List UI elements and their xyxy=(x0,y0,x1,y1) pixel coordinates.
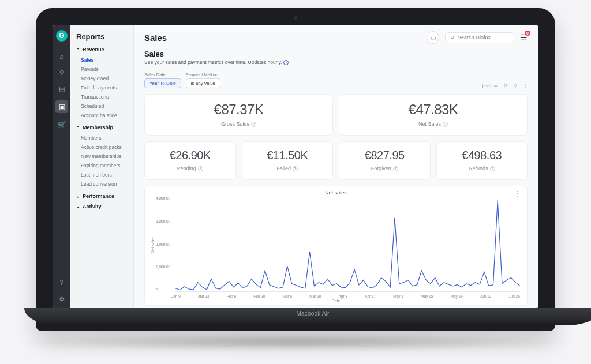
x-tick: Feb 20 xyxy=(253,294,265,298)
icon-navbar: G ⌂ ⚲ ▤ ▣ 🛒 ? ⚙ xyxy=(53,25,70,308)
laptop-shadow xyxy=(18,333,573,351)
section-performance[interactable]: ⌄Performance xyxy=(76,193,128,199)
x-tick: Jan 9 xyxy=(171,294,181,298)
sidebar-item-new-memberships[interactable]: New memberships xyxy=(76,152,128,161)
refresh-icon[interactable]: ⟳ xyxy=(504,83,508,88)
help-icon[interactable]: ? xyxy=(393,166,398,171)
net-sales-chart: Net sales ⋮ Net sales 01,000.002,000.003… xyxy=(144,186,528,306)
reports-sidepanel: Reports ⌃RevenueSalesPayoutsMoney owedFa… xyxy=(70,25,134,308)
sidebar-item-expiring-members[interactable]: Expiring members xyxy=(76,161,128,170)
section-activity[interactable]: ⌄Activity xyxy=(76,204,128,209)
help-icon[interactable]: ? xyxy=(198,166,203,171)
help-icon[interactable]: ? xyxy=(251,122,256,127)
topbar: Sales ▭ ⚲ ☰ 0 xyxy=(134,25,538,50)
y-axis-label: Net sales xyxy=(149,196,156,294)
help-icon[interactable]: ? xyxy=(490,166,495,171)
sidebar-item-lost-members[interactable]: Lost members xyxy=(76,170,128,179)
x-axis-label: Date xyxy=(149,299,522,303)
menu-button[interactable]: ☰ 0 xyxy=(520,33,528,42)
help-icon[interactable]: ? xyxy=(443,122,448,127)
sidebar-item-lead-conversion[interactable]: Lead conversion xyxy=(76,179,128,189)
main-area: Sales ▭ ⚲ ☰ 0 Sales See your xyxy=(134,25,538,308)
x-tick: Mar 6 xyxy=(283,294,293,298)
sidebar-item-sales[interactable]: Sales xyxy=(76,55,128,65)
search-box[interactable]: ⚲ xyxy=(445,32,514,43)
sidepanel-title: Reports xyxy=(76,32,128,41)
sidebar-item-money-owed[interactable]: Money owed xyxy=(76,74,128,83)
metric-net-sales: €47.83KNet Sales? xyxy=(339,94,528,136)
metric-failed: €11.50KFailed? xyxy=(242,141,334,180)
search-icon: ⚲ xyxy=(450,35,454,41)
laptop-label: Macbook Air xyxy=(24,308,591,317)
section-revenue[interactable]: ⌃Revenue xyxy=(76,47,128,52)
chart-title: Net sales xyxy=(149,190,522,196)
x-tick: Mar 20 xyxy=(309,294,321,298)
laptop-camera xyxy=(294,16,297,20)
notification-badge: 0 xyxy=(525,31,530,36)
clipboard-icon[interactable]: ▤ xyxy=(57,84,66,93)
x-tick: May 1 xyxy=(393,294,403,298)
payment-method-filter[interactable]: is any value xyxy=(186,78,220,88)
x-tick: Jan 23 xyxy=(198,294,210,298)
x-tick: May 29 xyxy=(450,294,462,298)
page-title: Sales xyxy=(144,33,421,43)
panel-description: See your sales and payment metrics over … xyxy=(144,59,528,65)
metric-refunds: €498.63Refunds? xyxy=(436,141,528,180)
sidebar-item-members[interactable]: Members xyxy=(76,133,128,142)
cart-icon[interactable]: 🛒 xyxy=(57,120,66,129)
laptop-base: Macbook Air xyxy=(24,308,591,325)
sidebar-item-failed-payments[interactable]: Failed payments xyxy=(76,83,128,92)
home-icon[interactable]: ⌂ xyxy=(57,52,66,61)
x-tick: Apr 3 xyxy=(338,294,347,298)
reports-icon[interactable]: ▣ xyxy=(55,100,68,113)
sidebar-item-account-balance[interactable]: Account balance xyxy=(76,111,128,120)
help-icon[interactable]: ? xyxy=(293,166,298,171)
more-icon[interactable]: ⋮ xyxy=(523,83,528,88)
filter-icon[interactable]: ▽ xyxy=(514,83,517,88)
app-logo[interactable]: G xyxy=(56,30,68,42)
metric-gross-sales: €87.37KGross Sales? xyxy=(144,94,333,136)
info-icon[interactable]: i xyxy=(283,60,289,65)
payment-method-label: Payment Method xyxy=(186,72,220,77)
x-tick: Apr 17 xyxy=(365,294,376,298)
metric-pending: €26.90KPending? xyxy=(144,141,236,180)
sidebar-item-scheduled[interactable]: Scheduled xyxy=(76,102,128,111)
last-updated: just now xyxy=(482,83,498,88)
metric-forgiven: €827.95Forgiven? xyxy=(339,141,431,180)
sidebar-item-payouts[interactable]: Payouts xyxy=(76,65,128,74)
x-tick: Jun 26 xyxy=(508,294,520,298)
help-icon[interactable]: ? xyxy=(57,278,66,287)
x-tick: Feb 6 xyxy=(227,294,237,298)
sales-date-filter[interactable]: Year To Date xyxy=(144,78,181,88)
x-tick: May 15 xyxy=(421,294,433,298)
filter-bar: Sales Date Year To Date Payment Method i… xyxy=(144,72,528,88)
search-nav-icon[interactable]: ⚲ xyxy=(57,68,66,77)
x-tick: Jun 12 xyxy=(480,294,492,298)
sidebar-item-transactions[interactable]: Transactions xyxy=(76,92,128,102)
messages-button[interactable]: ▭ xyxy=(427,31,439,44)
sidebar-item-active-credit-packs[interactable]: Active credit packs xyxy=(76,142,128,152)
section-membership[interactable]: ⌃Membership xyxy=(76,125,128,130)
search-input[interactable] xyxy=(458,35,509,40)
panel-heading: Sales xyxy=(144,50,528,58)
sales-date-label: Sales Date xyxy=(144,72,181,77)
settings-icon[interactable]: ⚙ xyxy=(57,294,66,303)
